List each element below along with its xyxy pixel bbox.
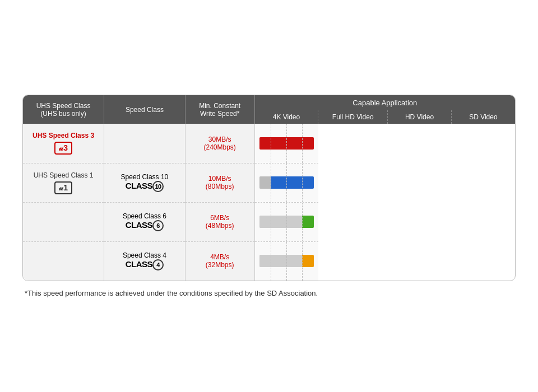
cell-capable-row1 [254, 124, 318, 163]
subheader-sd: SD Video [451, 110, 515, 124]
cell-capable-row4 [254, 241, 318, 281]
cell-speed-class-4: Speed Class 4 CLASS4 [104, 241, 185, 281]
cell-capable-row2 [254, 163, 318, 202]
speed-class-table: UHS Speed Class(UHS bus only) Speed Clas… [23, 95, 515, 281]
header-speed-class: Speed Class [104, 95, 185, 124]
cell-speed-class-row1 [104, 124, 185, 163]
cell-capable-row3 [254, 202, 318, 241]
footnote: *This speed performance is achieved unde… [22, 289, 516, 297]
header-min-write: Min. ConstantWrite Speed* [185, 95, 254, 124]
header-capable-app: Capable Application [254, 95, 515, 110]
speed-class-table-wrapper: UHS Speed Class(UHS bus only) Speed Clas… [22, 95, 516, 281]
subheader-fullhd: Full HD Video [318, 110, 388, 124]
main-container: UHS Speed Class(UHS bus only) Speed Clas… [22, 95, 516, 297]
cell-min-speed-row3: 6MB/s(48Mbps) [185, 202, 254, 241]
cell-uhs-empty-row4 [23, 241, 104, 281]
cell-uhs-class-3: UHS Speed Class 3 𝓊3 [23, 124, 104, 163]
cell-uhs-class-1: UHS Speed Class 1 𝓊1 [23, 163, 104, 202]
header-uhs-speed-class: UHS Speed Class(UHS bus only) [23, 95, 104, 124]
cell-uhs-empty-row3 [23, 202, 104, 241]
header-row: UHS Speed Class(UHS bus only) Speed Clas… [23, 95, 515, 110]
subheader-4k: 4K Video [254, 110, 318, 124]
cell-min-speed-row2: 10MB/s(80Mbps) [185, 163, 254, 202]
cell-speed-class-10: Speed Class 10 CLASS10 [104, 163, 185, 202]
table-row: UHS Speed Class 3 𝓊3 30MB/s(240Mbps) [23, 124, 515, 163]
cell-min-speed-row4: 4MB/s(32Mbps) [185, 241, 254, 281]
table-row: UHS Speed Class 1 𝓊1 Speed Class 10 CLAS… [23, 163, 515, 202]
cell-speed-class-6: Speed Class 6 CLASS6 [104, 202, 185, 241]
table-row: Speed Class 6 CLASS6 6MB/s(48Mbps) [23, 202, 515, 241]
table-row: Speed Class 4 CLASS4 4MB/s(32Mbps) [23, 241, 515, 281]
subheader-hd: HD Video [388, 110, 452, 124]
cell-min-speed-row1: 30MB/s(240Mbps) [185, 124, 254, 163]
